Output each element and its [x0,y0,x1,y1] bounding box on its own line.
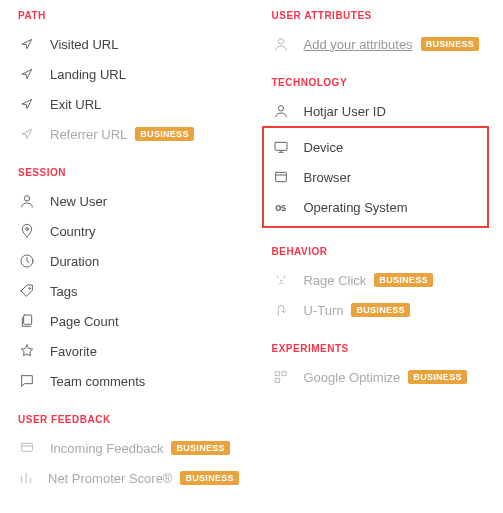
section-header-behavior: BEHAVIOR [272,246,486,257]
comment-icon [18,372,36,390]
clock-icon [18,252,36,270]
filter-team-comments[interactable]: Team comments [18,366,232,396]
filter-label: Duration [50,254,99,269]
section-header-user-attributes: USER ATTRIBUTES [272,10,486,21]
business-badge: BUSINESS [135,127,193,141]
svg-rect-12 [282,372,286,376]
filter-label: Favorite [50,344,97,359]
user-icon [18,192,36,210]
filter-label: Visited URL [50,37,118,52]
svg-rect-11 [275,372,279,376]
device-icon [272,138,290,156]
filter-label: Google Optimize [304,370,401,385]
pages-icon [18,312,36,330]
section-header-session: SESSION [18,167,232,178]
filter-hotjar-user-id[interactable]: Hotjar User ID [272,96,486,126]
filter-label: Tags [50,284,77,299]
filter-label: Rage Click [304,273,367,288]
filter-u-turn[interactable]: U-Turn BUSINESS [272,295,486,325]
svg-rect-9 [275,172,286,181]
svg-rect-13 [275,378,279,382]
filter-operating-system[interactable]: os Operating System [272,192,480,222]
filter-label: Landing URL [50,67,126,82]
filter-label: U-Turn [304,303,344,318]
uturn-icon [272,301,290,319]
filters-column-left: PATH Visited URL Landing URL Exit URL Re… [18,10,262,503]
tag-icon [18,282,36,300]
star-icon [18,342,36,360]
rage-icon [272,271,290,289]
os-icon: os [272,198,290,216]
filter-tags[interactable]: Tags [18,276,232,306]
feedback-icon [18,439,36,457]
filter-label: New User [50,194,107,209]
svg-point-10 [280,280,281,281]
filter-exit-url[interactable]: Exit URL [18,89,232,119]
filter-label: Device [304,140,344,155]
pin-icon [18,222,36,240]
browser-icon [272,168,290,186]
business-badge: BUSINESS [421,37,479,51]
filter-google-optimize[interactable]: Google Optimize BUSINESS [272,362,486,392]
filter-landing-url[interactable]: Landing URL [18,59,232,89]
svg-point-3 [29,288,30,289]
filter-label: Net Promoter Score® [48,471,172,486]
business-badge: BUSINESS [408,370,466,384]
filter-page-count[interactable]: Page Count [18,306,232,336]
filter-browser[interactable]: Browser [272,162,480,192]
add-attributes-label: Add your attributes [304,37,413,52]
filter-label: Browser [304,170,352,185]
filter-favorite[interactable]: Favorite [18,336,232,366]
svg-point-7 [278,106,283,111]
filter-label: Country [50,224,96,239]
section-header-technology: TECHNOLOGY [272,77,486,88]
optimize-icon [272,368,290,386]
arrow-icon [18,35,36,53]
svg-point-6 [278,39,283,44]
filter-country[interactable]: Country [18,216,232,246]
section-header-path: PATH [18,10,232,21]
filter-rage-click[interactable]: Rage Click BUSINESS [272,265,486,295]
filter-nps[interactable]: Net Promoter Score® BUSINESS [18,463,232,493]
svg-point-0 [24,196,29,201]
filter-label: Hotjar User ID [304,104,386,119]
highlighted-filters: Device Browser os Operating System [262,126,490,228]
user-icon [272,102,290,120]
arrow-icon [18,95,36,113]
filter-referrer-url[interactable]: Referrer URL BUSINESS [18,119,232,149]
business-badge: BUSINESS [374,273,432,287]
filter-label: Incoming Feedback [50,441,163,456]
chart-icon [18,469,34,487]
filter-label: Referrer URL [50,127,127,142]
filter-device[interactable]: Device [272,132,480,162]
svg-point-1 [26,228,29,231]
arrow-icon [18,65,36,83]
filter-visited-url[interactable]: Visited URL [18,29,232,59]
section-header-user-feedback: USER FEEDBACK [18,414,232,425]
arrow-icon [18,125,36,143]
filters-column-right: USER ATTRIBUTES Add your attributes BUSI… [262,10,486,503]
svg-rect-4 [24,315,32,324]
filter-new-user[interactable]: New User [18,186,232,216]
filter-incoming-feedback[interactable]: Incoming Feedback BUSINESS [18,433,232,463]
filter-duration[interactable]: Duration [18,246,232,276]
business-badge: BUSINESS [171,441,229,455]
business-badge: BUSINESS [180,471,238,485]
business-badge: BUSINESS [351,303,409,317]
svg-rect-8 [275,142,287,150]
section-header-experiments: EXPERIMENTS [272,343,486,354]
filter-label: Team comments [50,374,145,389]
filter-label: Operating System [304,200,408,215]
filter-label: Page Count [50,314,119,329]
add-attributes-link[interactable]: Add your attributes BUSINESS [272,29,486,59]
user-icon [272,35,290,53]
svg-rect-5 [22,443,33,451]
filter-label: Exit URL [50,97,101,112]
